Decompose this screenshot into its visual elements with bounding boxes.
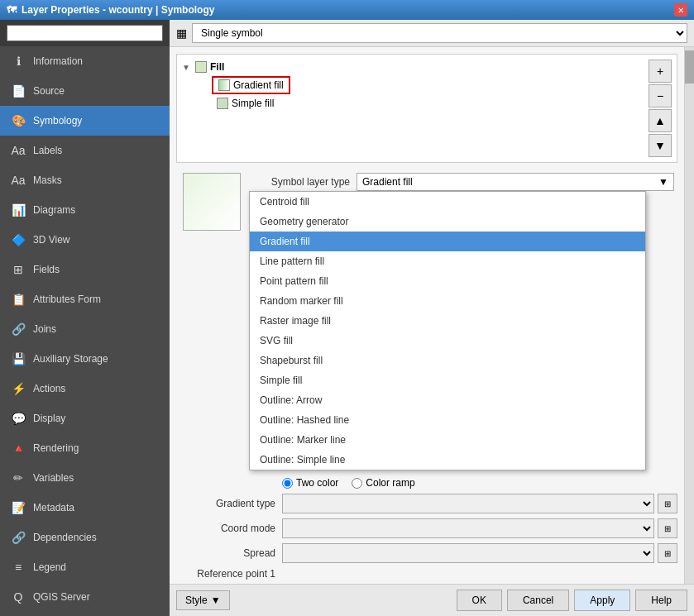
dropdown-item-centroid-fill[interactable]: Centroid fill [250, 192, 645, 212]
close-button[interactable]: ✕ [674, 3, 687, 17]
sidebar-label-fields: Fields [33, 264, 60, 275]
sidebar-item-qgis-server[interactable]: Q QGIS Server [0, 582, 170, 612]
color-ramp-option[interactable]: Color ramp [352, 477, 414, 489]
sidebar-label-masks: Masks [33, 174, 62, 186]
two-color-radio[interactable] [282, 478, 293, 489]
tree-root: ▼ Fill [182, 60, 649, 74]
dropdown-item-outline-hashed[interactable]: Outline: Hashed line [250, 410, 645, 430]
dropdown-item-random-marker-fill[interactable]: Random marker fill [250, 291, 645, 311]
sidebar-label-information: Information [33, 55, 83, 67]
sidebar-item-joins[interactable]: 🔗 Joins [0, 314, 170, 344]
sidebar-icon-3dview: 🔷 [10, 232, 26, 248]
dropdown-arrow: ▼ [658, 176, 668, 188]
sidebar-item-legend[interactable]: ≡ Legend [0, 552, 170, 582]
tree-item-gradient-fill[interactable]: Gradient fill [212, 74, 649, 96]
sidebar-item-attributes-form[interactable]: 📋 Attributes Form [0, 284, 170, 314]
sidebar-icon-source: 📄 [10, 83, 26, 99]
sidebar-item-information[interactable]: ℹ Information [0, 46, 170, 76]
sidebar-item-variables[interactable]: ✏ Variables [0, 463, 170, 493]
move-up-btn[interactable]: ▲ [649, 109, 672, 132]
coord-mode-select[interactable] [282, 518, 654, 538]
spread-field-btn[interactable]: ⊞ [658, 543, 677, 563]
tree-item-simple-fill[interactable]: Simple fill [212, 96, 649, 111]
sidebar-item-metadata[interactable]: 📝 Metadata [0, 493, 170, 523]
color-ramp-radio[interactable] [352, 478, 362, 489]
dropdown-item-svg-fill[interactable]: SVG fill [250, 331, 645, 351]
sidebar-item-dependencies[interactable]: 🔗 Dependencies [0, 523, 170, 552]
sidebar-item-3dview[interactable]: 🔷 3D View [0, 225, 170, 255]
tree-controls: + − ▲ ▼ [649, 60, 672, 157]
form-area: Symbol layer type Gradient fill ▼ Centro… [247, 170, 677, 199]
dropdown-item-simple-fill[interactable]: Simple fill [250, 370, 645, 390]
sidebar-item-rendering[interactable]: 🔺 Rendering [0, 433, 170, 463]
symbol-preview [183, 173, 241, 231]
scrollbar[interactable] [684, 47, 694, 584]
sidebar-icon-dependencies: 🔗 [10, 529, 26, 546]
dropdown-trigger[interactable]: Gradient fill ▼ [357, 173, 674, 191]
sidebar-item-labels[interactable]: Aa Labels [0, 136, 170, 165]
sidebar-icon-joins: 🔗 [10, 321, 26, 337]
apply-button[interactable]: Apply [574, 590, 630, 611]
dropdown-item-point-pattern-fill[interactable]: Point pattern fill [250, 271, 645, 291]
sidebar-item-source[interactable]: 📄 Source [0, 76, 170, 106]
gradient-type-field-btn[interactable]: ⊞ [658, 494, 677, 513]
sidebar-item-auxiliary-storage[interactable]: 💾 Auxiliary Storage [0, 344, 170, 374]
sidebar-item-display[interactable]: 💬 Display [0, 404, 170, 433]
dropdown-item-outline-marker[interactable]: Outline: Marker line [250, 430, 645, 450]
help-button[interactable]: Help [635, 590, 687, 611]
symbol-layer-type-dropdown[interactable]: Gradient fill ▼ Centroid fill Geometry g… [357, 173, 674, 191]
search-input[interactable] [7, 25, 163, 41]
sidebar-icon-display: 💬 [10, 410, 26, 427]
sidebar-item-diagrams[interactable]: 📊 Diagrams [0, 195, 170, 225]
sidebar-label-actions: Actions [33, 383, 65, 394]
top-bar: ▦ Single symbol [170, 20, 694, 47]
extended-form: Two color Color ramp Gradient type [170, 474, 684, 584]
dropdown-item-shapeburst-fill[interactable]: Shapeburst fill [250, 351, 645, 370]
sidebar-icon-rendering: 🔺 [10, 440, 26, 456]
sidebar-icon-symbology: 🎨 [10, 112, 26, 129]
ok-button[interactable]: OK [457, 590, 502, 611]
sidebar-item-fields[interactable]: ⊞ Fields [0, 255, 170, 284]
title-bar-text: 🗺 Layer Properties - wcountry | Symbolog… [7, 4, 214, 16]
move-down-btn[interactable]: ▼ [649, 134, 672, 157]
sidebar-icon-information: ℹ [10, 53, 26, 69]
preview-and-form: Symbol layer type Gradient fill ▼ Centro… [170, 170, 684, 234]
spread-controls: ⊞ [282, 543, 677, 563]
coord-mode-field-btn[interactable]: ⊞ [658, 518, 677, 538]
remove-layer-btn[interactable]: − [649, 84, 672, 107]
title-bar: 🗺 Layer Properties - wcountry | Symbolog… [0, 0, 694, 20]
sidebar-icon-metadata: 📝 [10, 499, 26, 516]
dropdown-item-geometry-generator[interactable]: Geometry generator [250, 212, 645, 232]
sidebar-icon-legend: ≡ [10, 559, 26, 575]
style-label: Style [185, 595, 208, 606]
sidebar-label-auxiliary-storage: Auxiliary Storage [33, 353, 108, 365]
gradient-type-label: Gradient type [176, 498, 275, 509]
dropdown-item-gradient-fill[interactable]: Gradient fill [250, 232, 645, 251]
sidebar-item-masks[interactable]: Aa Masks [0, 165, 170, 195]
sidebar-label-attributes-form: Attributes Form [33, 294, 101, 305]
scroll-thumb[interactable] [685, 50, 694, 84]
simple-fill-label: Simple fill [232, 98, 274, 109]
tree-expand-icon: ▼ [182, 63, 192, 72]
sidebar-label-variables: Variables [33, 472, 74, 484]
dropdown-item-raster-image-fill[interactable]: Raster image fill [250, 311, 645, 331]
sidebar: ℹ Information 📄 Source 🎨 Symbology Aa La… [0, 20, 170, 616]
sidebar-item-actions[interactable]: ⚡ Actions [0, 374, 170, 404]
dropdown-item-outline-simple[interactable]: Outline: Simple line [250, 450, 645, 470]
sidebar-item-symbology[interactable]: 🎨 Symbology [0, 106, 170, 136]
gradient-type-controls: ⊞ [282, 494, 677, 513]
spread-select[interactable] [282, 543, 654, 563]
spread-label: Spread [176, 547, 275, 559]
sidebar-icon-variables: ✏ [10, 470, 26, 486]
dropdown-item-line-pattern-fill[interactable]: Line pattern fill [250, 251, 645, 271]
sidebar-icon-auxiliary-storage: 💾 [10, 351, 26, 367]
dropdown-item-outline-arrow[interactable]: Outline: Arrow [250, 390, 645, 410]
style-button[interactable]: Style ▼ [176, 590, 230, 610]
add-layer-btn[interactable]: + [649, 60, 672, 83]
color-type-row: Two color Color ramp [176, 477, 677, 489]
gradient-type-select[interactable] [282, 494, 654, 513]
symbol-type-select[interactable]: Single symbol [192, 23, 687, 43]
cancel-button[interactable]: Cancel [507, 590, 569, 611]
two-color-option[interactable]: Two color [282, 477, 338, 489]
sidebar-icon-fields: ⊞ [10, 261, 26, 278]
